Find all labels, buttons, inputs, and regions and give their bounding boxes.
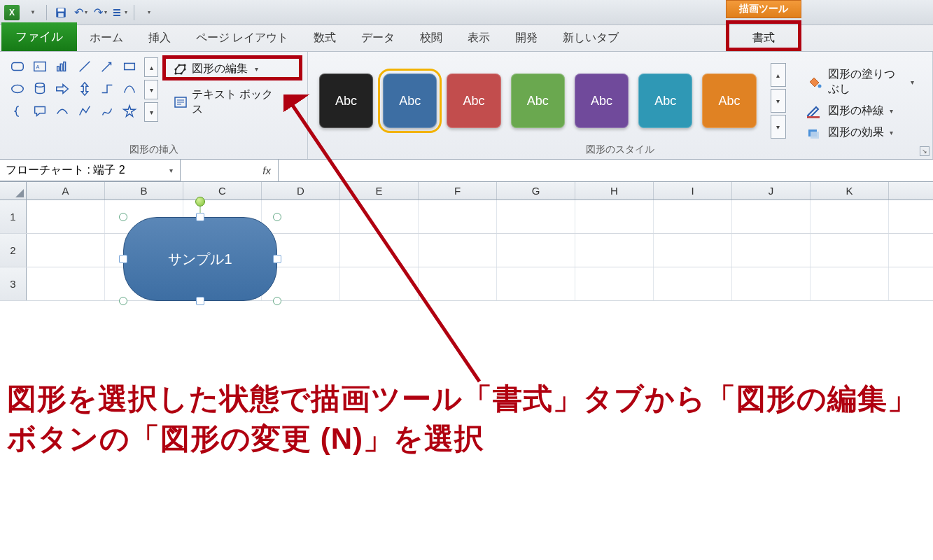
style-swatch-5[interactable]: Abc xyxy=(575,74,629,128)
name-box[interactable]: フローチャート : 端子 2 ▾ xyxy=(0,160,181,181)
cell[interactable] xyxy=(497,200,575,233)
styles-more[interactable]: ▾ xyxy=(771,115,786,139)
shape-arrow-line-icon[interactable] xyxy=(97,56,118,77)
tab-page-layout[interactable]: ページ レイアウト xyxy=(183,24,301,51)
cell[interactable] xyxy=(811,267,889,300)
select-all-corner[interactable] xyxy=(0,182,27,200)
cell[interactable] xyxy=(27,267,105,300)
row-header[interactable]: 3 xyxy=(0,267,27,300)
resize-handle[interactable] xyxy=(119,213,127,221)
cell[interactable] xyxy=(419,267,497,300)
cell[interactable] xyxy=(575,267,654,300)
cell[interactable] xyxy=(654,234,732,267)
shape-right-arrow-icon[interactable] xyxy=(52,78,73,99)
rotation-handle[interactable] xyxy=(195,197,205,206)
shape-curve-icon[interactable] xyxy=(119,78,140,99)
resize-handle[interactable] xyxy=(273,297,281,305)
cell[interactable] xyxy=(654,200,732,233)
chevron-down-icon[interactable]: ▾ xyxy=(164,164,177,176)
tab-developer[interactable]: 開発 xyxy=(503,24,550,51)
resize-handle[interactable] xyxy=(196,297,204,305)
shapes-gallery[interactable]: A xyxy=(7,56,140,122)
edit-shape-button[interactable]: 図形の編集 ▾ xyxy=(169,59,296,79)
qat-more[interactable]: ▾ xyxy=(111,4,129,22)
cell[interactable] xyxy=(732,200,811,233)
shape-curve2-icon[interactable] xyxy=(52,101,73,122)
style-swatch-2[interactable]: Abc xyxy=(383,74,437,128)
resize-handle[interactable] xyxy=(196,213,204,221)
redo-button[interactable]: ↷▾ xyxy=(91,4,109,22)
col-header[interactable]: D xyxy=(262,182,340,200)
selected-shape-terminator[interactable]: サンプル1 xyxy=(123,217,277,301)
shapes-scroll-down[interactable]: ▾ xyxy=(144,80,158,99)
style-swatch-4[interactable]: Abc xyxy=(511,74,565,128)
tab-new[interactable]: 新しいタブ xyxy=(550,24,631,51)
formula-input[interactable] xyxy=(279,160,933,181)
cell[interactable] xyxy=(340,200,419,233)
cell[interactable] xyxy=(340,234,419,267)
cell[interactable] xyxy=(497,267,575,300)
cell[interactable] xyxy=(811,200,889,233)
cell[interactable] xyxy=(27,234,105,267)
resize-handle[interactable] xyxy=(119,297,127,305)
shape-star-icon[interactable] xyxy=(119,101,140,122)
shape-freeform-icon[interactable] xyxy=(97,101,118,122)
shape-outline-button[interactable]: 図形の枠線 ▾ xyxy=(806,104,914,118)
style-swatch-1[interactable]: Abc xyxy=(319,74,373,128)
col-header[interactable]: C xyxy=(183,182,262,200)
resize-handle[interactable] xyxy=(273,213,281,221)
style-swatch-7[interactable]: Abc xyxy=(702,74,756,128)
shape-rect-icon[interactable] xyxy=(119,56,140,77)
shape-brace-icon[interactable] xyxy=(7,101,28,122)
col-header[interactable]: J xyxy=(732,182,811,200)
shape-cylinder-icon[interactable] xyxy=(29,78,50,99)
shape-ellipse-icon[interactable] xyxy=(7,78,28,99)
tab-data[interactable]: データ xyxy=(349,24,407,51)
col-header[interactable]: F xyxy=(419,182,497,200)
cell[interactable] xyxy=(732,267,811,300)
col-header[interactable]: E xyxy=(340,182,419,200)
tab-formulas[interactable]: 数式 xyxy=(301,24,349,51)
shapes-more[interactable]: ▾ xyxy=(144,102,158,122)
dialog-launcher[interactable]: ↘ xyxy=(920,146,930,156)
col-header[interactable]: B xyxy=(105,182,183,200)
qat-dropdown[interactable]: ▼ xyxy=(23,4,41,22)
shape-polyline-icon[interactable] xyxy=(74,101,95,122)
shape-fill-button[interactable]: 図形の塗りつぶし ▾ xyxy=(806,67,914,97)
row-header[interactable]: 2 xyxy=(0,234,27,267)
col-header[interactable]: K xyxy=(811,182,889,200)
tab-format[interactable]: 書式 xyxy=(726,24,801,51)
tab-review[interactable]: 校閲 xyxy=(407,24,455,51)
shape-updown-arrow-icon[interactable] xyxy=(74,78,95,99)
styles-scroll-down[interactable]: ▾ xyxy=(771,89,786,113)
style-swatch-3[interactable]: Abc xyxy=(447,74,500,128)
row-header[interactable]: 1 xyxy=(0,200,27,233)
shape-callout-icon[interactable] xyxy=(29,101,50,122)
resize-handle[interactable] xyxy=(119,255,127,263)
fx-button[interactable]: fx xyxy=(181,160,279,181)
cell[interactable] xyxy=(654,267,732,300)
cell[interactable] xyxy=(575,234,654,267)
tab-view[interactable]: 表示 xyxy=(455,24,503,51)
col-header[interactable]: I xyxy=(654,182,732,200)
cell[interactable] xyxy=(497,234,575,267)
text-box-button[interactable]: テキスト ボックス ▾ xyxy=(169,85,296,120)
shape-textbox-icon[interactable]: A xyxy=(29,56,50,77)
styles-scroll-up[interactable]: ▴ xyxy=(771,63,786,87)
shape-elbow-icon[interactable] xyxy=(97,78,118,99)
shape-rounded-rect-icon[interactable] xyxy=(7,56,28,77)
shapes-scroll-up[interactable]: ▴ xyxy=(144,57,158,77)
shape-chart-icon[interactable] xyxy=(52,56,73,77)
save-button[interactable] xyxy=(52,4,70,22)
cell[interactable] xyxy=(419,234,497,267)
undo-button[interactable]: ↶▾ xyxy=(71,4,90,22)
cell[interactable] xyxy=(575,200,654,233)
resize-handle[interactable] xyxy=(273,255,281,263)
cell[interactable] xyxy=(27,200,105,233)
cell[interactable] xyxy=(732,234,811,267)
shape-line-icon[interactable] xyxy=(74,56,95,77)
qat-customize[interactable]: ▾ xyxy=(139,4,157,22)
shape-effects-button[interactable]: 図形の効果 ▾ xyxy=(806,125,914,140)
cell[interactable] xyxy=(811,234,889,267)
style-swatch-6[interactable]: Abc xyxy=(638,74,692,128)
